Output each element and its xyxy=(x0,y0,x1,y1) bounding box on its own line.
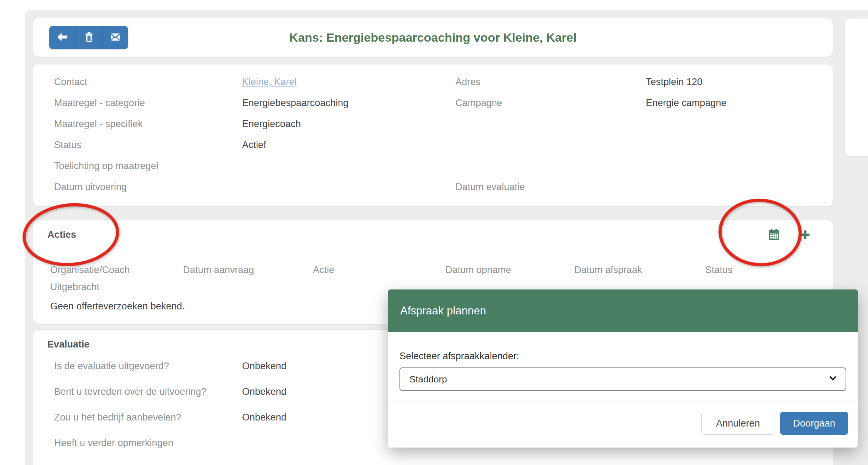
column-header: Datum aanvraag xyxy=(183,261,313,278)
column-header: Actie xyxy=(313,261,445,278)
select-label: Selecteer afspraakkalender: xyxy=(399,351,846,362)
field-row: Maatregel - specifiek Energiecoach xyxy=(54,114,822,135)
field-label: Datum evaluatie xyxy=(455,182,646,193)
modal-body: Selecteer afspraakkalender: Staddorp xyxy=(388,332,858,402)
field-label: Status xyxy=(54,140,242,151)
side-panel-card xyxy=(845,18,868,156)
continue-button[interactable]: Doorgaan xyxy=(780,412,848,435)
cancel-button[interactable]: Annuleren xyxy=(701,412,774,435)
field-label: Bent u tevreden over de uitvoering? xyxy=(54,384,216,400)
field-label: Maatregel - categorie xyxy=(54,98,242,109)
column-header: Datum afspraak xyxy=(574,261,705,278)
page-title: Kans: Energiebespaarcoaching voor Kleine… xyxy=(33,18,833,57)
app-window: Kans: Energiebespaarcoaching voor Kleine… xyxy=(0,0,868,465)
evaluatie-heading: Evaluatie xyxy=(47,339,90,350)
field-row: Toelichting op maatregel xyxy=(54,156,822,177)
field-value: Energiebespaarcoaching xyxy=(242,98,455,109)
select-value: Staddorp xyxy=(409,374,447,385)
column-header: Datum opname xyxy=(445,261,574,278)
field-value: Testplein 120 xyxy=(646,77,822,88)
field-label: Campagne xyxy=(455,98,646,109)
field-label: Datum uitvoering xyxy=(54,182,242,193)
modal-footer: Annuleren Doorgaan xyxy=(388,402,858,448)
field-label: Toelichting op maatregel xyxy=(54,161,242,172)
empty-table-message: Geen offerteverzoeken bekend. xyxy=(50,300,185,313)
field-label: Is de evaluatie uitgevoerd? xyxy=(54,358,216,374)
chevron-down-icon xyxy=(828,373,838,386)
field-label: Heeft u verder opmerkingen xyxy=(54,435,216,451)
opportunity-details-card: Contact Kleine, Karel Adres Testplein 12… xyxy=(33,64,833,207)
modal-title: Afspraak plannen xyxy=(400,304,486,317)
field-row: Status Actief xyxy=(54,135,822,156)
field-label: Contact xyxy=(54,77,242,88)
appointment-modal: Afspraak plannen Selecteer afspraakkalen… xyxy=(388,289,858,448)
field-value: Energie campagne xyxy=(646,98,822,109)
field-label: Maatregel - specifiek xyxy=(54,119,242,130)
contact-link[interactable]: Kleine, Karel xyxy=(242,77,297,87)
field-row: Contact Kleine, Karel Adres Testplein 12… xyxy=(54,72,822,93)
field-value: Actief xyxy=(242,140,455,151)
appointment-calendar-select[interactable]: Staddorp xyxy=(399,367,846,391)
details-fields: Contact Kleine, Karel Adres Testplein 12… xyxy=(33,64,833,198)
modal-header: Afspraak plannen xyxy=(388,289,858,332)
opportunity-header-card: Kans: Energiebespaarcoaching voor Kleine… xyxy=(33,18,833,57)
field-row: Maatregel - categorie Energiebespaarcoac… xyxy=(54,93,822,114)
field-label: Zou u het bedrijf aanbevelen? xyxy=(54,409,216,425)
field-label: Adres xyxy=(455,77,646,88)
field-value: Energiecoach xyxy=(242,119,455,130)
field-row: Datum uitvoering Datum evaluatie xyxy=(54,177,822,198)
